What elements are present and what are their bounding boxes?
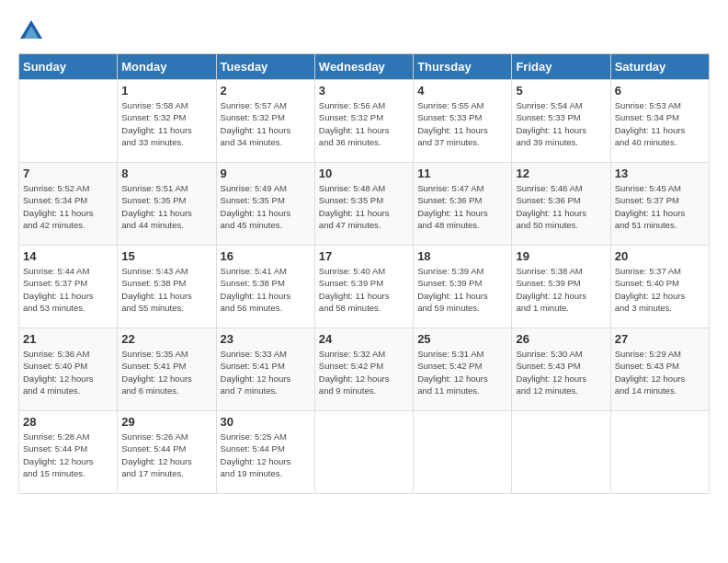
day-number: 25 xyxy=(417,332,507,346)
day-number: 10 xyxy=(319,167,409,180)
day-cell xyxy=(512,411,610,494)
day-number: 19 xyxy=(516,249,606,263)
day-cell xyxy=(610,411,709,494)
day-number: 23 xyxy=(221,332,311,346)
day-cell: 1Sunrise: 5:58 AM Sunset: 5:32 PM Daylig… xyxy=(118,80,216,163)
day-number: 7 xyxy=(23,167,113,180)
day-info: Sunrise: 5:38 AM Sunset: 5:39 PM Dayligh… xyxy=(516,265,606,314)
day-number: 11 xyxy=(417,167,507,180)
header-cell-tuesday: Tuesday xyxy=(216,54,314,80)
day-number: 22 xyxy=(121,332,211,346)
day-info: Sunrise: 5:40 AM Sunset: 5:39 PM Dayligh… xyxy=(319,265,409,314)
day-number: 27 xyxy=(615,332,705,346)
week-row-2: 7Sunrise: 5:52 AM Sunset: 5:34 PM Daylig… xyxy=(19,163,710,246)
day-info: Sunrise: 5:58 AM Sunset: 5:32 PM Dayligh… xyxy=(121,99,211,148)
day-cell: 10Sunrise: 5:48 AM Sunset: 5:35 PM Dayli… xyxy=(314,163,413,246)
day-number: 17 xyxy=(319,249,409,263)
day-cell: 20Sunrise: 5:37 AM Sunset: 5:40 PM Dayli… xyxy=(610,246,709,328)
day-number: 12 xyxy=(516,167,606,180)
day-cell: 5Sunrise: 5:54 AM Sunset: 5:33 PM Daylig… xyxy=(512,80,610,163)
day-number: 5 xyxy=(516,84,606,98)
day-number: 8 xyxy=(121,167,211,180)
day-number: 21 xyxy=(23,332,113,346)
day-info: Sunrise: 5:44 AM Sunset: 5:37 PM Dayligh… xyxy=(23,265,113,314)
day-cell xyxy=(19,80,118,163)
day-cell xyxy=(414,411,512,494)
day-number: 29 xyxy=(121,415,211,429)
day-number: 20 xyxy=(615,249,705,263)
day-cell xyxy=(314,411,413,494)
day-info: Sunrise: 5:57 AM Sunset: 5:32 PM Dayligh… xyxy=(221,99,311,148)
day-cell: 24Sunrise: 5:32 AM Sunset: 5:42 PM Dayli… xyxy=(314,328,413,411)
day-number: 1 xyxy=(121,84,211,98)
header-cell-thursday: Thursday xyxy=(414,54,512,80)
day-cell: 29Sunrise: 5:26 AM Sunset: 5:44 PM Dayli… xyxy=(118,411,216,494)
day-info: Sunrise: 5:41 AM Sunset: 5:38 PM Dayligh… xyxy=(221,265,311,314)
day-number: 28 xyxy=(23,415,113,429)
day-info: Sunrise: 5:36 AM Sunset: 5:40 PM Dayligh… xyxy=(23,348,113,396)
day-info: Sunrise: 5:32 AM Sunset: 5:42 PM Dayligh… xyxy=(319,348,409,396)
day-info: Sunrise: 5:37 AM Sunset: 5:40 PM Dayligh… xyxy=(615,265,705,314)
week-row-5: 28Sunrise: 5:28 AM Sunset: 5:44 PM Dayli… xyxy=(19,411,710,494)
day-cell: 26Sunrise: 5:30 AM Sunset: 5:43 PM Dayli… xyxy=(512,328,610,411)
day-cell: 27Sunrise: 5:29 AM Sunset: 5:43 PM Dayli… xyxy=(610,328,709,411)
day-number: 2 xyxy=(221,84,311,98)
day-info: Sunrise: 5:39 AM Sunset: 5:39 PM Dayligh… xyxy=(417,265,507,314)
page-header xyxy=(18,18,710,44)
day-cell: 4Sunrise: 5:55 AM Sunset: 5:33 PM Daylig… xyxy=(414,80,512,163)
day-cell: 9Sunrise: 5:49 AM Sunset: 5:35 PM Daylig… xyxy=(216,163,314,246)
header-cell-saturday: Saturday xyxy=(610,54,709,80)
day-number: 24 xyxy=(319,332,409,346)
day-cell: 22Sunrise: 5:35 AM Sunset: 5:41 PM Dayli… xyxy=(118,328,216,411)
day-info: Sunrise: 5:55 AM Sunset: 5:33 PM Dayligh… xyxy=(417,99,507,148)
day-number: 3 xyxy=(319,84,409,98)
day-number: 4 xyxy=(417,84,507,98)
day-cell: 7Sunrise: 5:52 AM Sunset: 5:34 PM Daylig… xyxy=(19,163,118,246)
day-info: Sunrise: 5:31 AM Sunset: 5:42 PM Dayligh… xyxy=(417,348,507,396)
header-cell-friday: Friday xyxy=(512,54,610,80)
day-cell: 23Sunrise: 5:33 AM Sunset: 5:41 PM Dayli… xyxy=(216,328,314,411)
header-cell-wednesday: Wednesday xyxy=(314,54,413,80)
day-cell: 12Sunrise: 5:46 AM Sunset: 5:36 PM Dayli… xyxy=(512,163,610,246)
day-cell: 16Sunrise: 5:41 AM Sunset: 5:38 PM Dayli… xyxy=(216,246,314,328)
day-number: 15 xyxy=(121,249,211,263)
day-info: Sunrise: 5:28 AM Sunset: 5:44 PM Dayligh… xyxy=(23,431,113,479)
week-row-3: 14Sunrise: 5:44 AM Sunset: 5:37 PM Dayli… xyxy=(19,246,710,328)
day-cell: 6Sunrise: 5:53 AM Sunset: 5:34 PM Daylig… xyxy=(610,80,709,163)
week-row-4: 21Sunrise: 5:36 AM Sunset: 5:40 PM Dayli… xyxy=(19,328,710,411)
day-info: Sunrise: 5:46 AM Sunset: 5:36 PM Dayligh… xyxy=(516,182,606,231)
day-cell: 2Sunrise: 5:57 AM Sunset: 5:32 PM Daylig… xyxy=(216,80,314,163)
calendar-table: SundayMondayTuesdayWednesdayThursdayFrid… xyxy=(18,53,710,494)
header-cell-monday: Monday xyxy=(118,54,216,80)
day-number: 6 xyxy=(615,84,705,98)
day-info: Sunrise: 5:29 AM Sunset: 5:43 PM Dayligh… xyxy=(615,348,705,396)
logo xyxy=(18,18,48,44)
header-cell-sunday: Sunday xyxy=(19,54,118,80)
day-number: 16 xyxy=(221,249,311,263)
day-info: Sunrise: 5:51 AM Sunset: 5:35 PM Dayligh… xyxy=(121,182,211,231)
day-cell: 11Sunrise: 5:47 AM Sunset: 5:36 PM Dayli… xyxy=(414,163,512,246)
day-info: Sunrise: 5:30 AM Sunset: 5:43 PM Dayligh… xyxy=(516,348,606,396)
day-info: Sunrise: 5:49 AM Sunset: 5:35 PM Dayligh… xyxy=(221,182,311,231)
day-cell: 30Sunrise: 5:25 AM Sunset: 5:44 PM Dayli… xyxy=(216,411,314,494)
day-cell: 18Sunrise: 5:39 AM Sunset: 5:39 PM Dayli… xyxy=(414,246,512,328)
day-number: 30 xyxy=(221,415,311,429)
logo-icon xyxy=(18,18,44,44)
day-info: Sunrise: 5:53 AM Sunset: 5:34 PM Dayligh… xyxy=(615,99,705,148)
day-cell: 21Sunrise: 5:36 AM Sunset: 5:40 PM Dayli… xyxy=(19,328,118,411)
day-info: Sunrise: 5:47 AM Sunset: 5:36 PM Dayligh… xyxy=(417,182,507,231)
day-cell: 14Sunrise: 5:44 AM Sunset: 5:37 PM Dayli… xyxy=(19,246,118,328)
day-info: Sunrise: 5:25 AM Sunset: 5:44 PM Dayligh… xyxy=(221,431,311,479)
day-info: Sunrise: 5:26 AM Sunset: 5:44 PM Dayligh… xyxy=(121,431,211,479)
day-cell: 3Sunrise: 5:56 AM Sunset: 5:32 PM Daylig… xyxy=(314,80,413,163)
day-info: Sunrise: 5:48 AM Sunset: 5:35 PM Dayligh… xyxy=(319,182,409,231)
day-cell: 17Sunrise: 5:40 AM Sunset: 5:39 PM Dayli… xyxy=(314,246,413,328)
day-info: Sunrise: 5:56 AM Sunset: 5:32 PM Dayligh… xyxy=(319,99,409,148)
day-info: Sunrise: 5:43 AM Sunset: 5:38 PM Dayligh… xyxy=(121,265,211,314)
day-info: Sunrise: 5:33 AM Sunset: 5:41 PM Dayligh… xyxy=(221,348,311,396)
day-cell: 25Sunrise: 5:31 AM Sunset: 5:42 PM Dayli… xyxy=(414,328,512,411)
week-row-1: 1Sunrise: 5:58 AM Sunset: 5:32 PM Daylig… xyxy=(19,80,710,163)
day-number: 9 xyxy=(221,167,311,180)
day-info: Sunrise: 5:54 AM Sunset: 5:33 PM Dayligh… xyxy=(516,99,606,148)
day-number: 18 xyxy=(417,249,507,263)
